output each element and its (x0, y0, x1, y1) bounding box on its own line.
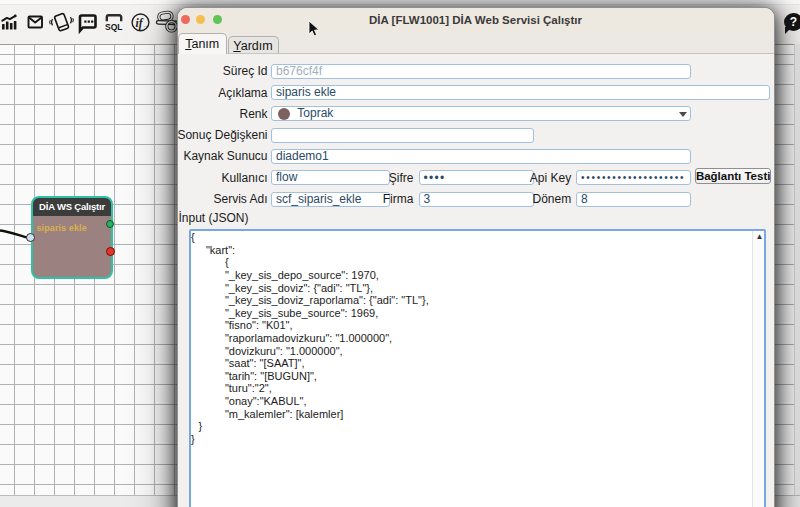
svg-text:SQL: SQL (105, 22, 122, 32)
svg-text:if: if (135, 17, 143, 30)
svg-text:...: ... (143, 22, 148, 28)
